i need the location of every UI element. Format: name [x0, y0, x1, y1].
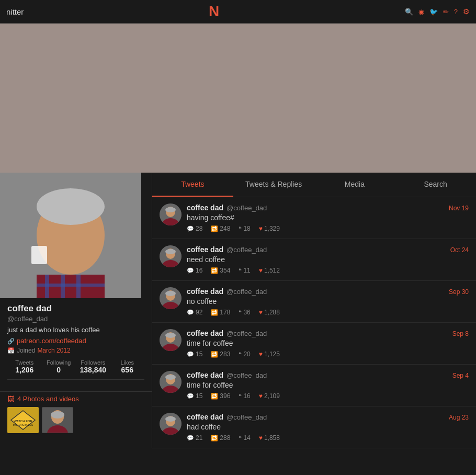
tweet-retweets[interactable]: 248	[211, 225, 230, 232]
tweet-text: no coffee	[187, 297, 469, 306]
tab-media[interactable]: Media	[314, 173, 395, 197]
tweet-retweets[interactable]: 283	[211, 350, 230, 358]
heart-icon: ♥	[259, 309, 263, 316]
tweet-names: coffee dad @coffee_dad	[187, 413, 267, 421]
tab-search[interactable]: Search	[395, 173, 476, 197]
tweet-display-name: coffee dad	[187, 371, 223, 379]
tweet-comments[interactable]: 15	[187, 392, 202, 400]
retweet-icon	[211, 434, 218, 442]
rss-icon[interactable]	[418, 7, 424, 16]
svg-rect-4	[31, 246, 47, 264]
twitter-icon[interactable]	[429, 7, 438, 16]
tweet-retweets[interactable]: 178	[211, 309, 230, 316]
tweet-comments[interactable]: 21	[187, 434, 202, 442]
tweet-retweets[interactable]: 288	[211, 434, 230, 442]
help-icon[interactable]	[454, 7, 458, 16]
tweet-likes[interactable]: ♥ 1,512	[259, 267, 280, 274]
heart-icon: ♥	[259, 392, 263, 400]
tweet-comments[interactable]: 92	[187, 309, 202, 316]
sidebar: coffee dad @coffee_dad just a dad who lo…	[0, 173, 152, 448]
tweet-likes[interactable]: ♥ 1,125	[259, 350, 280, 358]
tweet-handle[interactable]: @coffee_dad	[226, 246, 267, 254]
tweet-stats: 16 354 11 ♥ 1,512	[187, 267, 469, 274]
photo-thumb-2[interactable]	[42, 407, 73, 433]
tweet-quotes[interactable]: 16	[239, 392, 250, 400]
photo-thumb-1[interactable]: WATCH FOR MOTORCYCLES	[7, 407, 39, 433]
profile-info: coffee dad @coffee_dad just a dad who lo…	[0, 298, 152, 391]
heart-icon: ♥	[259, 225, 263, 232]
tweet-stats: 21 288 14 ♥ 1,858	[187, 434, 469, 442]
calendar-icon	[7, 347, 15, 354]
profile-joined: Joined March 2012	[7, 347, 144, 354]
tweet-handle[interactable]: @coffee_dad	[226, 288, 267, 296]
tweet-header: coffee dad @coffee_dad Oct 24	[187, 245, 469, 254]
retweet-icon	[211, 350, 218, 358]
tweet-likes[interactable]: ♥ 1,288	[259, 309, 280, 316]
pencil-icon[interactable]	[443, 7, 449, 16]
tweet-likes[interactable]: ♥ 1,329	[259, 225, 280, 232]
tweet-body: coffee dad @coffee_dad Aug 23 had coffee…	[187, 413, 469, 442]
tweet-date: Sep 8	[452, 330, 469, 337]
quote-icon	[239, 309, 242, 316]
stat-followers: Followers 138,840	[76, 359, 110, 374]
svg-point-28	[165, 291, 176, 296]
tweet-header: coffee dad @coffee_dad Nov 19	[187, 203, 469, 212]
search-icon[interactable]	[405, 7, 413, 16]
tweet-quotes[interactable]: 14	[239, 434, 250, 442]
tweet-avatar	[160, 413, 182, 435]
tweet-header: coffee dad @coffee_dad Sep 4	[187, 371, 469, 379]
tweet-item: coffee dad @coffee_dad Aug 23 had coffee…	[152, 406, 476, 448]
tab-tweets[interactable]: Tweets	[152, 173, 233, 197]
tweet-avatar	[160, 329, 182, 351]
photos-section: 4 Photos and videos WATCH FOR MOTORCYCLE…	[0, 391, 152, 436]
tweet-item: coffee dad @coffee_dad Sep 30 no coffee …	[152, 281, 476, 323]
svg-point-24	[165, 249, 176, 254]
tweet-display-name: coffee dad	[187, 287, 223, 296]
tweet-names: coffee dad @coffee_dad	[187, 203, 267, 212]
quote-icon	[239, 225, 242, 232]
tweet-stats: 28 248 18 ♥ 1,329	[187, 225, 469, 232]
tweet-comments[interactable]: 15	[187, 350, 202, 358]
tweet-item: coffee dad @coffee_dad Sep 4 time for co…	[152, 365, 476, 406]
tweet-item: coffee dad @coffee_dad Nov 19 having cof…	[152, 197, 476, 239]
gear-icon[interactable]	[463, 7, 470, 16]
tweet-comments[interactable]: 16	[187, 267, 202, 274]
tweet-date: Aug 23	[449, 414, 469, 421]
tweet-quotes[interactable]: 36	[239, 309, 250, 316]
tweet-item: coffee dad @coffee_dad Sep 8 time for co…	[152, 323, 476, 365]
tweet-retweets[interactable]: 354	[211, 267, 230, 274]
tweet-names: coffee dad @coffee_dad	[187, 287, 267, 296]
heart-icon: ♥	[259, 434, 263, 442]
comment-icon	[187, 350, 194, 358]
tweet-text: having coffee#	[187, 213, 469, 222]
tweet-likes[interactable]: ♥ 2,109	[259, 392, 280, 400]
tweet-quotes[interactable]: 11	[239, 267, 250, 274]
tweet-quotes[interactable]: 18	[239, 225, 250, 232]
tweet-handle[interactable]: @coffee_dad	[226, 330, 267, 337]
tweet-retweets[interactable]: 396	[211, 392, 230, 400]
tweet-quotes[interactable]: 20	[239, 350, 250, 358]
tweet-handle[interactable]: @coffee_dad	[226, 204, 267, 212]
header-icons	[405, 7, 470, 16]
comment-icon	[187, 225, 194, 232]
tweet-avatar	[160, 203, 182, 225]
svg-text:MOTORCYCLES: MOTORCYCLES	[13, 423, 33, 426]
header: nitter N	[0, 0, 476, 24]
tweet-likes[interactable]: ♥ 1,858	[259, 434, 280, 442]
heart-icon: ♥	[259, 267, 263, 274]
tab-tweets-replies[interactable]: Tweets & Replies	[233, 173, 314, 197]
tweet-date: Oct 24	[450, 246, 469, 254]
tweet-body: coffee dad @coffee_dad Sep 30 no coffee …	[187, 287, 469, 316]
tweet-body: coffee dad @coffee_dad Nov 19 having cof…	[187, 203, 469, 232]
profile-link[interactable]: patreon.com/coffeedad	[7, 337, 144, 345]
tweet-stats: 92 178 36 ♥ 1,288	[187, 309, 469, 316]
tweet-handle[interactable]: @coffee_dad	[226, 413, 267, 421]
stat-tweets: Tweets 1,206	[7, 359, 42, 374]
tweet-date: Sep 4	[452, 372, 469, 379]
comment-icon	[187, 309, 194, 316]
photos-thumbnails: WATCH FOR MOTORCYCLES	[7, 407, 144, 433]
tweet-handle[interactable]: @coffee_dad	[226, 371, 267, 379]
retweet-icon	[211, 392, 218, 400]
tweet-comments[interactable]: 28	[187, 225, 202, 232]
photos-label[interactable]: 4 Photos and videos	[7, 395, 144, 403]
